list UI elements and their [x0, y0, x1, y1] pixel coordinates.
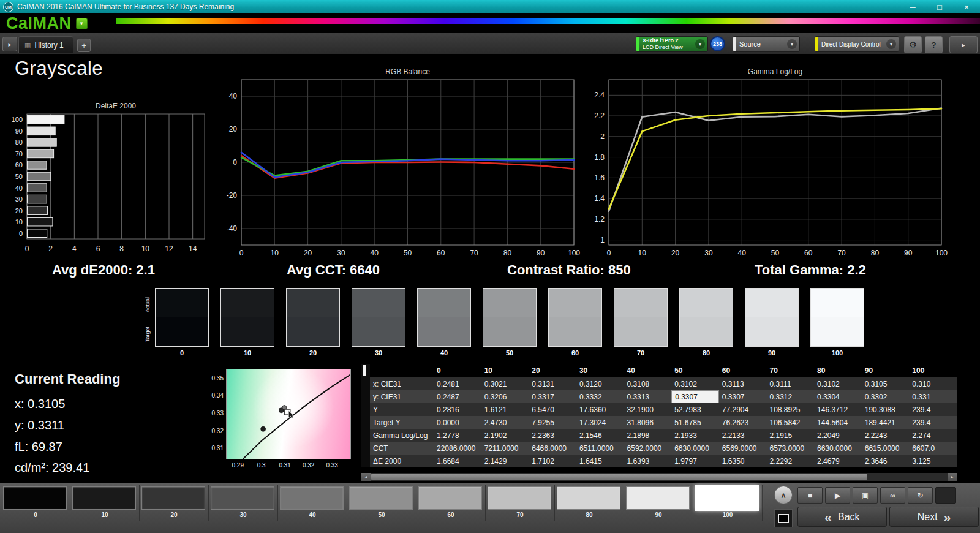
table-cell[interactable]: 0.310 — [909, 377, 957, 390]
scrollbar-thumb[interactable] — [371, 474, 867, 480]
table-cell[interactable]: 1.6350 — [719, 455, 767, 467]
table-cell[interactable]: 0.3307 — [671, 390, 719, 403]
table-cell[interactable]: 3.125 — [909, 455, 957, 467]
table-cell[interactable]: 1.6121 — [481, 403, 529, 416]
table-cell[interactable]: 2.1915 — [766, 429, 814, 442]
table-cell[interactable]: 6592.0000 — [624, 442, 672, 455]
table-cell[interactable]: 22086.0000 — [434, 442, 481, 455]
patch-button[interactable]: 80 — [555, 485, 624, 521]
table-cell[interactable]: 1.9797 — [671, 455, 719, 467]
patch-button[interactable]: 10 — [70, 485, 140, 521]
close-button[interactable]: × — [953, 0, 980, 13]
table-cell[interactable]: 0.3307 — [719, 390, 767, 403]
scrollbar-track[interactable] — [371, 473, 948, 481]
table-cell[interactable]: 2.274 — [909, 429, 957, 442]
table-cell[interactable]: 189.4421 — [862, 416, 910, 429]
table-cell[interactable]: 2.4730 — [481, 416, 529, 429]
table-cell[interactable]: 1.2778 — [434, 429, 481, 442]
patch-button[interactable]: 70 — [486, 485, 555, 521]
add-tab-button[interactable]: + — [77, 39, 91, 52]
table-cell[interactable]: 0.3206 — [481, 390, 529, 403]
table-cell[interactable]: 0.3120 — [576, 377, 624, 390]
patch-button[interactable]: 0 — [1, 485, 70, 521]
table-cell[interactable]: 0.0000 — [434, 416, 481, 429]
table-cell[interactable]: 190.3088 — [862, 403, 910, 416]
table-cell[interactable]: 2.4679 — [814, 455, 862, 467]
table-cell[interactable]: 0.3021 — [481, 377, 529, 390]
table-cell[interactable]: 6573.0000 — [766, 442, 814, 455]
play-button[interactable]: ▶ — [825, 487, 850, 504]
table-cell[interactable]: 239.4 — [909, 403, 957, 416]
table-cell[interactable]: 106.5842 — [766, 416, 814, 429]
collapse-panel-button[interactable]: ∧ — [774, 486, 793, 504]
table-cell[interactable]: 0.3304 — [814, 390, 862, 403]
table-cell[interactable]: 32.1900 — [624, 403, 672, 416]
table-cell[interactable]: 76.2623 — [719, 416, 767, 429]
table-cell[interactable]: 6569.0000 — [719, 442, 767, 455]
continuous-read-button[interactable]: ∞ — [880, 487, 905, 504]
patch-button[interactable]: 40 — [278, 485, 347, 521]
table-cell[interactable]: 6630.0000 — [814, 442, 862, 455]
display-control-dropdown[interactable]: Direct Display Control ▾ — [815, 36, 899, 52]
expand-panel-button[interactable]: ▸ — [949, 36, 978, 53]
table-cell[interactable]: 0.3312 — [766, 390, 814, 403]
table-cell[interactable]: 2.2049 — [814, 429, 862, 442]
table-cell[interactable]: 6607.0 — [909, 442, 957, 455]
table-cell[interactable]: 2.2363 — [529, 429, 576, 442]
table-cell[interactable]: 1.7102 — [529, 455, 576, 467]
table-cell[interactable]: 239.4 — [909, 416, 957, 429]
patch-button[interactable]: 60 — [417, 485, 486, 521]
table-cell[interactable]: 0.3111 — [766, 377, 814, 390]
table-cell[interactable]: 108.8925 — [766, 403, 814, 416]
table-cell[interactable]: 2.1546 — [576, 429, 624, 442]
scroll-left-arrow[interactable]: ◂ — [361, 473, 371, 481]
table-cell[interactable]: 0.2487 — [434, 390, 481, 403]
patch-button[interactable]: 20 — [140, 485, 209, 521]
logo-dropdown-icon[interactable]: ▾ — [76, 18, 88, 29]
patch-button[interactable]: 30 — [209, 485, 278, 521]
table-cell[interactable]: 6630.0000 — [671, 442, 719, 455]
table-cell[interactable]: 1.6415 — [576, 455, 624, 467]
table-cell[interactable]: 2.1429 — [481, 455, 529, 467]
next-button[interactable]: Next » — [889, 507, 979, 527]
table-cell[interactable]: 6511.0000 — [576, 442, 624, 455]
source-dropdown[interactable]: Source ▾ — [733, 36, 800, 52]
table-cell[interactable]: 2.2243 — [862, 429, 910, 442]
table-cell[interactable]: 0.3105 — [862, 377, 910, 390]
table-cell[interactable]: 31.8096 — [624, 416, 672, 429]
tab-history-1[interactable]: ▦ History 1 — [18, 36, 74, 53]
table-cell[interactable]: 6466.0000 — [529, 442, 576, 455]
help-button[interactable]: ? — [925, 36, 943, 53]
minimize-button[interactable]: ─ — [899, 0, 926, 13]
table-cell[interactable]: 51.6785 — [671, 416, 719, 429]
table-cell[interactable]: 7211.0000 — [481, 442, 529, 455]
table-cell[interactable]: 0.3102 — [814, 377, 862, 390]
table-cell[interactable]: 0.3317 — [529, 390, 576, 403]
table-cell[interactable]: 7.9255 — [529, 416, 576, 429]
stop-button[interactable]: ■ — [797, 487, 823, 504]
calman-logo-menu[interactable]: CalMAN ▾ — [6, 13, 88, 33]
patch-button[interactable]: 100 — [693, 485, 763, 521]
table-cell[interactable]: 0.2481 — [434, 377, 481, 390]
table-cell[interactable]: 6615.0000 — [862, 442, 910, 455]
meter-dropdown[interactable]: X-Rite i1Pro 2 LCD Direct View ▾ — [636, 36, 708, 52]
capture-button[interactable]: ▣ — [853, 487, 878, 504]
scroll-right-arrow[interactable]: ▸ — [948, 473, 957, 481]
dock-button[interactable]: ▸ — [2, 37, 17, 51]
table-cell[interactable]: 2.3646 — [862, 455, 910, 467]
maximize-button[interactable]: □ — [926, 0, 953, 13]
patch-button[interactable]: 50 — [347, 485, 417, 521]
table-cell[interactable]: 17.6360 — [576, 403, 624, 416]
table-cell[interactable]: 0.2816 — [434, 403, 481, 416]
table-cell[interactable]: 77.2904 — [719, 403, 767, 416]
table-cell[interactable]: 17.3024 — [576, 416, 624, 429]
table-cell[interactable]: 6.5470 — [529, 403, 576, 416]
table-cell[interactable]: 0.3108 — [624, 377, 672, 390]
repeat-button[interactable]: ↻ — [908, 487, 933, 504]
table-cell[interactable]: 0.331 — [909, 390, 957, 403]
table-cell[interactable]: 2.1898 — [624, 429, 672, 442]
table-cell[interactable]: 52.7983 — [671, 403, 719, 416]
settings-button[interactable]: ⚙ — [904, 36, 922, 53]
table-cell[interactable]: 0.3113 — [719, 377, 767, 390]
table-cell[interactable]: 146.3712 — [814, 403, 862, 416]
